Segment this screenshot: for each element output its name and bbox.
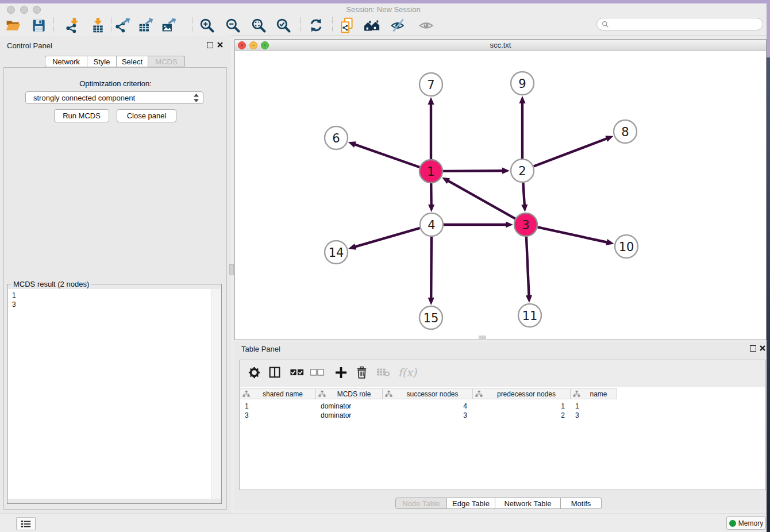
float-panel-button[interactable] bbox=[206, 41, 214, 49]
cell-predecessor-nodes[interactable]: 1 bbox=[473, 402, 571, 411]
tab-mcds[interactable]: MCDS bbox=[148, 56, 185, 67]
cell-successor-nodes[interactable]: 4 bbox=[383, 402, 473, 411]
node-14[interactable]: 14 bbox=[325, 241, 348, 264]
close-panel-action-button[interactable]: Close panel bbox=[117, 109, 176, 122]
refresh-icon[interactable] bbox=[307, 17, 325, 34]
search-input[interactable] bbox=[596, 18, 763, 30]
tab-network[interactable]: Network bbox=[45, 56, 87, 67]
import-network-icon[interactable] bbox=[64, 17, 82, 34]
hide-selected-eye-icon[interactable] bbox=[390, 17, 407, 34]
edge-4-15[interactable] bbox=[428, 237, 434, 305]
column-header-successor-nodes[interactable]: successor nodes bbox=[383, 388, 473, 399]
select-all-rows-icon[interactable] bbox=[290, 365, 305, 380]
zoom-out-icon[interactable] bbox=[224, 17, 241, 34]
export-table-icon[interactable] bbox=[137, 17, 154, 34]
node-label: 14 bbox=[329, 246, 344, 260]
node-1[interactable]: 1 bbox=[419, 160, 442, 183]
cell-successor-nodes[interactable]: 3 bbox=[383, 411, 473, 420]
network-canvas-svg[interactable]: 7968124314101511 bbox=[235, 51, 766, 340]
cell-name[interactable]: 1 bbox=[571, 402, 617, 411]
show-column-icon[interactable] bbox=[267, 365, 282, 380]
close-panel-button[interactable] bbox=[216, 41, 224, 49]
zoom-fit-icon[interactable] bbox=[250, 17, 267, 34]
show-all-eye-icon[interactable] bbox=[418, 17, 435, 34]
node-4[interactable]: 4 bbox=[420, 213, 443, 236]
edge-3-10[interactable] bbox=[538, 227, 614, 245]
cell-MCDS-role[interactable]: dominator bbox=[316, 411, 383, 420]
table-close-button[interactable] bbox=[759, 344, 767, 352]
optimization-criterion-select[interactable]: strongly connected component bbox=[25, 91, 203, 104]
first-neighbors-houses-icon[interactable] bbox=[363, 17, 380, 34]
list-icon bbox=[21, 520, 31, 528]
edge-1-2[interactable] bbox=[443, 168, 510, 174]
column-header-predecessor-nodes[interactable]: predecessor nodes bbox=[473, 388, 571, 399]
cell-shared-name[interactable]: 3 bbox=[240, 411, 316, 420]
control-panel: Control Panel NetworkStyleSelectMCDS Opt… bbox=[0, 36, 231, 514]
column-header-shared-name[interactable]: shared name bbox=[240, 388, 316, 399]
column-header-name[interactable]: name bbox=[571, 388, 617, 399]
edge-2-8[interactable] bbox=[534, 136, 614, 166]
cell-name[interactable]: 3 bbox=[571, 411, 617, 420]
table-settings-gear-icon[interactable] bbox=[247, 365, 261, 380]
export-network-icon[interactable] bbox=[114, 17, 131, 34]
node-2[interactable]: 2 bbox=[511, 159, 534, 182]
tab-select[interactable]: Select bbox=[117, 56, 148, 67]
edge-1-7[interactable] bbox=[428, 97, 434, 159]
panel-splitter-grip[interactable] bbox=[229, 264, 234, 275]
add-row-icon[interactable] bbox=[333, 365, 348, 380]
node-9[interactable]: 9 bbox=[511, 72, 534, 95]
edge-4-3[interactable] bbox=[444, 221, 513, 228]
import-table-icon[interactable] bbox=[89, 17, 106, 34]
duplicate-network-icon[interactable] bbox=[338, 17, 355, 34]
table-row-3[interactable]: 3dominator323 bbox=[240, 411, 617, 420]
edge-2-3[interactable] bbox=[521, 183, 528, 212]
edge-4-14[interactable] bbox=[348, 228, 420, 250]
mcds-result-textarea[interactable]: 13 bbox=[8, 289, 213, 499]
node-10[interactable]: 10 bbox=[615, 235, 638, 258]
save-session-icon[interactable] bbox=[30, 17, 47, 34]
delete-row-trash-icon[interactable] bbox=[354, 365, 369, 380]
delete-table-icon[interactable] bbox=[376, 365, 391, 380]
node-15[interactable]: 15 bbox=[419, 306, 442, 329]
tab-motifs[interactable]: Motifs bbox=[561, 498, 602, 509]
edge-1-6[interactable] bbox=[348, 141, 419, 167]
zoom-in-icon[interactable] bbox=[198, 17, 215, 34]
edge-2-9[interactable] bbox=[519, 96, 525, 159]
result-scrollbar[interactable] bbox=[211, 289, 221, 499]
tab-node-table[interactable]: Node Table bbox=[395, 498, 447, 509]
zoom-selected-icon[interactable] bbox=[275, 17, 292, 34]
control-panel-title: Control Panel bbox=[7, 41, 52, 50]
export-image-icon[interactable] bbox=[160, 17, 177, 34]
result-line: 1 bbox=[12, 291, 213, 300]
memory-button[interactable]: Memory bbox=[726, 516, 766, 530]
tab-network-table[interactable]: Network Table bbox=[495, 498, 561, 509]
column-header-MCDS-role[interactable]: MCDS role bbox=[316, 388, 383, 399]
node-8[interactable]: 8 bbox=[614, 120, 637, 143]
cell-shared-name[interactable]: 1 bbox=[240, 402, 316, 411]
run-mcds-button[interactable]: Run MCDS bbox=[54, 109, 109, 122]
edge-3-1[interactable] bbox=[442, 178, 515, 219]
tab-edge-table[interactable]: Edge Table bbox=[447, 498, 495, 509]
node-11[interactable]: 11 bbox=[518, 304, 541, 327]
node-6[interactable]: 6 bbox=[325, 126, 348, 149]
function-builder-icon[interactable]: f(x) bbox=[396, 365, 419, 380]
node-3[interactable]: 3 bbox=[514, 213, 537, 236]
open-session-icon[interactable] bbox=[5, 17, 22, 34]
task-history-button[interactable] bbox=[16, 517, 36, 530]
tab-style[interactable]: Style bbox=[87, 56, 117, 67]
node-label: 6 bbox=[332, 132, 340, 145]
network-scroll-grip[interactable] bbox=[479, 336, 486, 339]
node-table[interactable]: shared nameMCDS rolesuccessor nodesprede… bbox=[240, 387, 765, 489]
cell-MCDS-role[interactable]: dominator bbox=[316, 402, 383, 411]
network-window-titlebar[interactable]: × − + scc.txt bbox=[235, 40, 766, 51]
node-7[interactable]: 7 bbox=[419, 73, 442, 96]
table-float-button[interactable] bbox=[749, 344, 757, 352]
edge-3-11[interactable] bbox=[526, 237, 532, 303]
deselect-all-rows-icon[interactable] bbox=[310, 365, 325, 380]
status-bar: Memory bbox=[0, 514, 767, 532]
edge-1-4[interactable] bbox=[428, 183, 434, 212]
optimization-criterion-value: strongly connected component bbox=[33, 94, 135, 102]
cell-predecessor-nodes[interactable]: 2 bbox=[473, 411, 571, 420]
table-row-1[interactable]: 1dominator411 bbox=[240, 402, 617, 411]
node-label: 11 bbox=[522, 309, 538, 323]
